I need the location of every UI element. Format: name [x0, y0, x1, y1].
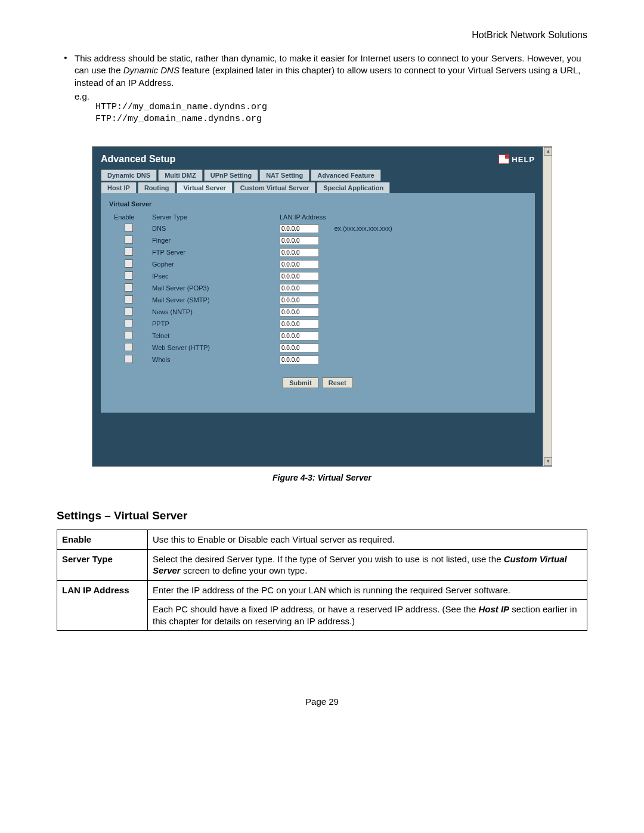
table-row: Web Server (HTTP)	[110, 342, 396, 353]
table-row: News (NNTP)	[110, 306, 396, 317]
tab-upnp-setting[interactable]: UPnP Setting	[204, 169, 258, 181]
lan-ip-input[interactable]	[280, 272, 319, 281]
tab-special-application[interactable]: Special Application	[317, 182, 390, 193]
bullet-text: This address should be static, rather th…	[75, 52, 587, 89]
example-url-1: HTTP://my_domain_name.dyndns.org	[95, 101, 587, 113]
text-emphasis: Dynamic DNS	[123, 65, 179, 75]
server-type-cell: Web Server (HTTP)	[148, 342, 275, 353]
col-enable: Enable	[110, 212, 147, 222]
server-type-cell: PPTP	[148, 318, 275, 329]
help-icon	[499, 154, 509, 164]
table-row: FTP Server	[110, 247, 396, 258]
server-type-cell: DNS	[148, 223, 275, 234]
server-type-cell: Telnet	[148, 330, 275, 341]
settings-label: Server Type	[57, 549, 148, 580]
lan-ip-input[interactable]	[280, 308, 319, 317]
lan-ip-input[interactable]	[280, 355, 319, 364]
reset-button[interactable]: Reset	[322, 377, 353, 388]
settings-label: Enable	[57, 530, 148, 550]
tab-multi-dmz[interactable]: Multi DMZ	[158, 169, 203, 181]
virtual-server-panel: Virtual Server Enable Server Type LAN IP…	[101, 193, 535, 413]
section-heading: Settings – Virtual Server	[57, 509, 587, 522]
lan-ip-input[interactable]	[280, 320, 319, 329]
enable-checkbox[interactable]	[125, 283, 133, 292]
settings-value: Each PC should have a fixed IP address, …	[148, 600, 587, 631]
lan-ip-input[interactable]	[280, 236, 319, 245]
example-url-2: FTP://my_domain_name.dyndns.org	[95, 113, 587, 125]
ip-hint: ex.(xxx.xxx.xxx.xxx)	[330, 223, 395, 234]
help-link[interactable]: HELP	[499, 154, 535, 164]
text-emphasis: Host IP	[478, 604, 509, 614]
col-lan-ip: LAN IP Address	[276, 212, 329, 222]
lan-ip-input[interactable]	[280, 284, 319, 293]
server-type-cell: Gopher	[148, 259, 275, 270]
bullet-dot: •	[57, 52, 75, 89]
bullet-item: • This address should be static, rather …	[57, 52, 587, 89]
enable-checkbox[interactable]	[125, 259, 133, 268]
settings-value: Use this to Enable or Disable each Virtu…	[148, 530, 587, 550]
lan-ip-input[interactable]	[280, 260, 319, 269]
enable-checkbox[interactable]	[125, 355, 133, 363]
page-header-brand: HotBrick Network Solutions	[57, 30, 587, 41]
table-row: PPTP	[110, 318, 396, 329]
tab-row-2: Host IP Routing Virtual Server Custom Vi…	[92, 182, 543, 193]
tab-routing[interactable]: Routing	[138, 182, 176, 193]
screenshot-frame: ▴ ▾ Advanced Setup HELP Dynamic DNS Mult…	[92, 146, 552, 467]
text: screen to define your own type.	[181, 565, 308, 575]
server-type-cell: Finger	[148, 235, 275, 246]
table-row: Telnet	[110, 330, 396, 341]
virtual-server-table: Enable Server Type LAN IP Address DNS ex…	[109, 211, 397, 366]
settings-value: Select the desired Server type. If the t…	[148, 549, 587, 580]
table-row: Mail Server (POP3)	[110, 283, 396, 293]
server-type-cell: Mail Server (SMTP)	[148, 295, 275, 305]
scrollbar[interactable]: ▴ ▾	[543, 147, 552, 466]
text: Each PC should have a fixed IP address, …	[153, 604, 478, 614]
figure-caption: Figure 4-3: Virtual Server	[57, 473, 587, 482]
table-row: Gopher	[110, 259, 396, 270]
tab-advanced-feature[interactable]: Advanced Feature	[311, 169, 380, 181]
table-row: DNS ex.(xxx.xxx.xxx.xxx)	[110, 223, 396, 234]
server-type-cell: Mail Server (POP3)	[148, 283, 275, 293]
enable-checkbox[interactable]	[125, 331, 133, 339]
scroll-up-icon[interactable]: ▴	[544, 147, 552, 156]
tab-host-ip[interactable]: Host IP	[101, 182, 137, 193]
enable-checkbox[interactable]	[125, 343, 133, 351]
table-row: Finger	[110, 235, 396, 246]
lan-ip-input[interactable]	[280, 332, 319, 340]
lan-ip-input[interactable]	[280, 296, 319, 305]
settings-table: Enable Use this to Enable or Disable eac…	[57, 529, 587, 631]
tab-dynamic-dns[interactable]: Dynamic DNS	[101, 169, 157, 181]
enable-checkbox[interactable]	[125, 236, 133, 244]
tab-virtual-server[interactable]: Virtual Server	[177, 182, 232, 193]
tab-custom-virtual-server[interactable]: Custom Virtual Server	[234, 182, 315, 193]
help-label: HELP	[512, 155, 535, 164]
tab-row-1: Dynamic DNS Multi DMZ UPnP Setting NAT S…	[92, 169, 543, 181]
server-type-cell: FTP Server	[148, 247, 275, 258]
text: Select the desired Server type. If the t…	[153, 554, 504, 564]
settings-label: LAN IP Address	[57, 580, 148, 631]
table-row: IPsec	[110, 271, 396, 281]
example-label: e.g.	[75, 91, 587, 101]
server-type-cell: News (NNTP)	[148, 306, 275, 317]
enable-checkbox[interactable]	[125, 247, 133, 256]
enable-checkbox[interactable]	[125, 295, 133, 304]
page-number: Page 29	[57, 696, 587, 707]
enable-checkbox[interactable]	[125, 307, 133, 315]
enable-checkbox[interactable]	[125, 271, 133, 280]
tab-nat-setting[interactable]: NAT Setting	[259, 169, 309, 181]
lan-ip-input[interactable]	[280, 248, 319, 257]
enable-checkbox[interactable]	[125, 224, 133, 232]
lan-ip-input[interactable]	[280, 343, 319, 352]
enable-checkbox[interactable]	[125, 319, 133, 327]
panel-title: Virtual Server	[109, 200, 527, 208]
settings-value: Enter the IP address of the PC on your L…	[148, 580, 587, 600]
lan-ip-input[interactable]	[280, 224, 319, 233]
panel-heading: Advanced Setup	[101, 154, 175, 165]
server-type-cell: IPsec	[148, 271, 275, 281]
table-row: Whois	[110, 354, 396, 365]
col-server-type: Server Type	[148, 212, 275, 222]
table-row: Mail Server (SMTP)	[110, 295, 396, 305]
scroll-down-icon[interactable]: ▾	[544, 457, 552, 466]
submit-button[interactable]: Submit	[283, 377, 318, 388]
screenshot-footer-fill	[92, 413, 543, 466]
